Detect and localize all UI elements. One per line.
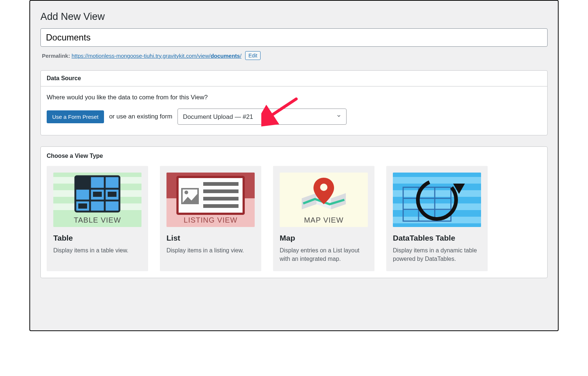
use-form-preset-button[interactable]: Use a Form Preset <box>47 110 104 123</box>
existing-form-select[interactable]: Document Upload — #21 <box>178 109 347 125</box>
view-type-panel: Choose a View Type <box>40 146 548 278</box>
svg-rect-32 <box>393 177 481 184</box>
view-type-title: DataTables Table <box>393 234 481 242</box>
view-type-desc: Display items in a listing view. <box>166 246 255 255</box>
view-type-option-list[interactable]: LISTING VIEW List Display items in a lis… <box>160 166 261 271</box>
view-type-header: Choose a View Type <box>41 147 547 159</box>
data-source-panel: Data Source Where would you like the dat… <box>40 70 548 135</box>
svg-rect-22 <box>203 197 239 201</box>
or-text: or use an existing form <box>109 113 172 120</box>
view-type-option-map[interactable]: MAP VIEW Map Display entries on a List l… <box>273 166 374 271</box>
permalink-edit-button[interactable]: Edit <box>245 51 261 60</box>
svg-rect-12 <box>108 192 116 197</box>
data-source-header: Data Source <box>41 71 547 86</box>
svg-point-29 <box>320 184 327 191</box>
svg-text:LISTING VIEW: LISTING VIEW <box>184 216 237 224</box>
svg-rect-11 <box>93 192 102 197</box>
svg-rect-20 <box>203 182 239 186</box>
svg-rect-23 <box>203 204 239 208</box>
form-select-wrap: Document Upload — #21 <box>178 109 347 125</box>
datatables-thumb <box>393 173 481 227</box>
svg-text:TABLE VIEW: TABLE VIEW <box>74 216 121 224</box>
page-title: Add New View <box>40 11 548 22</box>
svg-rect-10 <box>75 176 90 189</box>
permalink-row: Permalink: https://motionless-mongoose-t… <box>40 49 548 62</box>
view-title-input[interactable] <box>40 28 548 47</box>
data-source-heading: Data Source <box>47 75 541 82</box>
svg-rect-21 <box>203 189 239 193</box>
view-type-desc: Display items in a dynamic table powered… <box>393 246 481 263</box>
svg-text:MAP VIEW: MAP VIEW <box>304 216 344 224</box>
view-type-desc: Display items in a table view. <box>53 246 141 255</box>
list-thumb: LISTING VIEW <box>166 173 255 227</box>
svg-rect-13 <box>78 203 87 209</box>
view-type-desc: Display entries on a List layout with an… <box>280 246 368 263</box>
view-type-title: Table <box>53 234 141 242</box>
view-type-title: Map <box>280 234 368 242</box>
permalink-label: Permalink: <box>42 53 70 59</box>
table-thumb: TABLE VIEW <box>53 173 141 227</box>
view-type-title: List <box>166 234 255 242</box>
view-type-heading: Choose a View Type <box>47 153 541 159</box>
svg-rect-33 <box>393 190 481 197</box>
map-thumb: MAP VIEW <box>280 173 368 227</box>
svg-point-19 <box>184 191 188 194</box>
data-source-prompt: Where would you like the data to come fr… <box>47 94 541 101</box>
permalink-link[interactable]: https://motionless-mongoose-tiuhi.try.gr… <box>72 53 241 59</box>
page-body: Add New View Permalink: https://motionle… <box>29 0 559 331</box>
view-type-option-table[interactable]: TABLE VIEW Table Display items in a tabl… <box>47 166 148 271</box>
view-type-option-datatables[interactable]: DataTables Table Display items in a dyna… <box>386 166 488 271</box>
